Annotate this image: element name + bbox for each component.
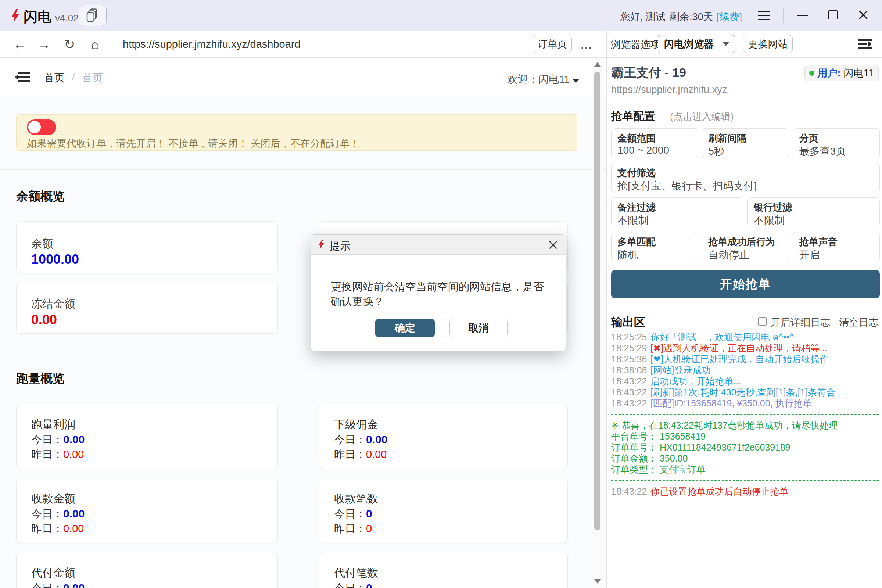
config-value: 最多查3页	[800, 144, 846, 158]
online-status-dot	[809, 70, 814, 76]
config-card[interactable]: 银行过滤不限制	[747, 197, 880, 228]
log-line: 18:25:29[✖]遇到人机验证，正在自动处理，请稍等...	[611, 342, 880, 354]
today-row: 今日：0.00	[334, 432, 387, 447]
yesterday-row: 昨日：0.00	[31, 522, 84, 536]
browser-toolbar: ← → ↻ ⌂ https://supplier.jmzhifu.xyz/das…	[0, 31, 882, 58]
forward-icon[interactable]: →	[38, 31, 51, 58]
user-badge-label: 用户:	[818, 66, 840, 80]
layers-icon	[86, 8, 100, 23]
scroll-down-arrow-icon[interactable]	[594, 579, 601, 584]
close-icon[interactable]	[548, 240, 558, 250]
detail-log-label[interactable]: 开启详细日志	[771, 316, 830, 329]
scrollbar-thumb[interactable]	[594, 72, 600, 530]
yesterday-value: 0	[366, 523, 372, 534]
yesterday-row: 昨日：0.00	[334, 447, 387, 462]
breadcrumb-home[interactable]: 首页	[44, 71, 64, 85]
refresh-icon[interactable]: ↻	[64, 31, 75, 58]
config-card[interactable]: 刷新间隔5秒	[702, 128, 789, 158]
config-value: 自动停止	[708, 248, 749, 262]
today-row: 今日：0.00	[31, 507, 84, 522]
log-timestamp: 18:25:36	[611, 354, 647, 364]
maximize-button[interactable]	[828, 10, 837, 20]
config-value: 不限制	[754, 213, 784, 228]
lightning-icon	[318, 239, 325, 250]
config-card[interactable]: 支付筛选抢[支付宝、银行卡、扫码支付]	[611, 163, 880, 193]
browser-select-dropdown[interactable]: 闪电浏览器	[658, 35, 735, 53]
spaces-button[interactable]	[79, 5, 106, 26]
browser-options-label: 浏览器选项	[611, 31, 660, 58]
back-icon[interactable]: ←	[13, 31, 27, 58]
config-card[interactable]: 金额范围100 ~ 2000	[611, 128, 698, 158]
hamburger-menu-icon[interactable]	[758, 11, 770, 23]
today-row: 今日：0	[334, 507, 372, 522]
log-divider	[611, 409, 880, 420]
user-badge-name: 闪电11	[843, 66, 873, 80]
site-name: 霸王支付 - 19	[611, 64, 686, 81]
address-bar[interactable]: https://supplier.jmzhifu.xyz/dashboard	[123, 31, 301, 58]
today-row: 今日：0.00	[31, 581, 84, 588]
config-value: 100 ~ 2000	[617, 144, 669, 156]
yesterday-label: 昨日：	[31, 523, 63, 534]
config-card[interactable]: 抢单声音开启	[793, 232, 880, 262]
home-icon[interactable]: ⌂	[91, 31, 99, 58]
start-grab-button[interactable]: 开始抢单	[611, 270, 880, 298]
more-options-icon[interactable]: …	[580, 31, 594, 58]
panel-divider	[606, 31, 607, 58]
menu-fold-icon[interactable]	[15, 72, 31, 82]
config-card[interactable]: 分页最多查3页	[793, 128, 880, 158]
dropdown-divider	[717, 35, 717, 52]
config-label: 备注过滤	[617, 201, 656, 214]
remaining-days: 剩余:30天	[670, 10, 713, 24]
accept-order-toggle[interactable]	[27, 119, 56, 135]
scroll-up-arrow-icon[interactable]	[594, 62, 601, 66]
card-title: 收款笔数	[334, 491, 378, 506]
today-label: 今日：	[31, 434, 63, 446]
user-badge: 用户: 闪电11	[804, 64, 879, 81]
log-line: 订单单号： HX01111842493671f2e6039189	[611, 442, 880, 453]
config-card[interactable]: 备注过滤不限制	[611, 197, 744, 228]
yesterday-label: 昨日：	[334, 523, 366, 534]
today-value: 0.00	[63, 582, 84, 588]
balance-card: 余额1000.00	[16, 221, 278, 273]
log-message: [网站]登录成功	[651, 365, 711, 375]
config-value: 5秒	[708, 144, 724, 158]
renew-link[interactable]: [续费]	[717, 10, 742, 24]
cancel-button[interactable]: 取消	[450, 319, 507, 337]
card-value: 1000.00	[31, 252, 79, 267]
close-window-button[interactable]	[858, 9, 869, 21]
config-card[interactable]: 多单匹配随机	[611, 232, 698, 262]
config-label: 抢单声音	[800, 236, 837, 248]
stat-card: 下级佣金今日：0.00昨日：0.00	[319, 404, 568, 469]
today-value: 0	[366, 507, 372, 520]
log-line: 18:43:22你已设置抢单成功后自动停止抢单	[611, 486, 880, 497]
vertical-scrollbar[interactable]	[592, 58, 603, 588]
stat-card: 收款金额今日：0.00昨日：0.00	[16, 478, 278, 543]
today-label: 今日：	[31, 508, 63, 520]
log-timestamp: 18:43:22	[611, 398, 647, 408]
app-version: v4.02	[55, 12, 79, 24]
order-page-button[interactable]: 订单页	[532, 35, 572, 53]
accept-order-notice: 如果需要代收订单，请先开启！ 不接单，请关闭！ 关闭后，不在分配订单！	[16, 114, 577, 151]
log-header-divider	[832, 315, 832, 327]
breadcrumb-current: 首页	[82, 71, 103, 85]
volume-section-title: 跑量概览	[16, 370, 64, 387]
minimize-button[interactable]	[798, 15, 808, 16]
card-title: 跑量利润	[31, 417, 75, 432]
config-card-grid: 金额范围100 ~ 2000刷新间隔5秒分页最多查3页支付筛选抢[支付宝、银行卡…	[611, 128, 880, 262]
confirm-button[interactable]: 确定	[375, 319, 435, 337]
log-line: 18:43:22启动成功，开始抢单...	[611, 376, 880, 387]
panel-toggle-icon[interactable]	[858, 39, 873, 50]
dashed-line	[611, 414, 879, 414]
breadcrumb-bar: 首页 / 首页 欢迎：闪电11	[0, 58, 606, 96]
change-site-button[interactable]: 更换网站	[743, 35, 793, 53]
log-message: 启动成功，开始抢单...	[651, 376, 741, 386]
chevron-down-icon[interactable]	[573, 79, 579, 83]
config-value: 随机	[617, 248, 638, 262]
log-message: 订单类型： 支付宝订单	[611, 464, 706, 474]
log-line: 18:38:08[网站]登录成功	[611, 364, 880, 376]
clear-log-link[interactable]: 清空日志	[839, 316, 879, 329]
site-url: https://supplier.jmzhifu.xyz	[611, 84, 727, 96]
config-card[interactable]: 抢单成功后行为自动停止	[702, 232, 789, 262]
detail-log-checkbox[interactable]	[758, 317, 766, 326]
welcome-user-dropdown[interactable]: 欢迎：闪电11	[507, 72, 570, 86]
